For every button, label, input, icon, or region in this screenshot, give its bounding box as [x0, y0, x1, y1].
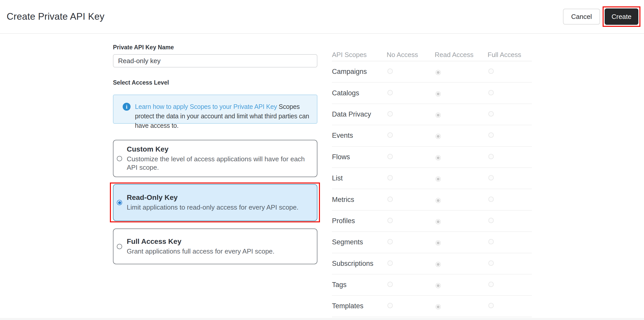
access-level-label: Select Access Level [113, 79, 317, 86]
full-access-radio[interactable] [488, 90, 494, 95]
no-access-radio[interactable] [387, 90, 393, 95]
full-access-key-radio[interactable] [117, 244, 122, 249]
table-row: Templates [332, 296, 532, 317]
scopes-rows: Campaigns Catalogs Data Privacy Events F… [332, 61, 532, 317]
table-row: Events [332, 125, 532, 146]
read-access-radio[interactable] [435, 155, 441, 161]
read-access-radio[interactable] [435, 176, 441, 182]
no-access-radio[interactable] [387, 175, 393, 180]
option-title: Full Access Key [127, 237, 274, 246]
no-access-radio[interactable] [387, 132, 393, 138]
option-description: Limit applications to read-only access f… [127, 203, 298, 212]
no-access-radio[interactable] [387, 239, 393, 244]
full-access-radio[interactable] [488, 111, 494, 117]
info-circle-icon: i [123, 103, 131, 111]
table-row: Flows [332, 147, 532, 168]
scope-name: Events [332, 132, 387, 140]
no-access-radio[interactable] [387, 68, 393, 74]
custom-key-texts: Custom Key Customize the level of access… [127, 145, 306, 172]
create-button-annotation: Create [603, 6, 640, 27]
scope-name: List [332, 174, 387, 182]
no-access-radio[interactable] [387, 218, 393, 223]
full-access-radio[interactable] [488, 218, 494, 223]
read-access-radio[interactable] [435, 240, 441, 246]
table-row: List [332, 168, 532, 189]
read-access-radio[interactable] [435, 283, 441, 288]
no-access-radio[interactable] [387, 197, 393, 202]
col-header-api-scopes: API Scopes [332, 51, 387, 59]
header-bar: Create Private API Key Cancel Create [0, 0, 644, 34]
bottom-divider [0, 318, 644, 320]
custom-key-radio[interactable] [117, 156, 122, 161]
read-only-key-radio[interactable] [117, 200, 122, 205]
option-title: Custom Key [127, 145, 306, 153]
api-key-name-input[interactable] [113, 54, 317, 67]
option-description: Grant applications full access for every… [127, 247, 274, 256]
scope-name: Data Privacy [332, 110, 387, 118]
scope-name: Profiles [332, 217, 387, 225]
scope-name: Tags [332, 281, 387, 289]
scopes-table-header: API Scopes No Access Read Access Full Ac… [332, 49, 532, 61]
no-access-radio[interactable] [387, 111, 393, 117]
table-row: Data Privacy [332, 104, 532, 125]
read-access-radio[interactable] [435, 198, 441, 203]
read-only-key-texts: Read-Only Key Limit applications to read… [127, 193, 298, 212]
scope-name: Catalogs [332, 89, 387, 97]
table-row: Tags [332, 275, 532, 296]
scopes-info-text: Learn how to apply Scopes to your Privat… [135, 102, 309, 130]
no-access-radio[interactable] [387, 260, 393, 266]
scopes-help-link[interactable]: Learn how to apply Scopes to your Privat… [135, 103, 277, 110]
full-access-radio[interactable] [488, 239, 494, 244]
no-access-radio[interactable] [387, 303, 393, 308]
read-access-radio[interactable] [435, 262, 441, 267]
option-card-custom-key[interactable]: Custom Key Customize the level of access… [113, 140, 317, 177]
full-access-radio[interactable] [488, 132, 494, 138]
api-scopes-table: API Scopes No Access Read Access Full Ac… [332, 49, 532, 317]
read-access-radio[interactable] [435, 134, 441, 139]
full-access-radio[interactable] [488, 175, 494, 180]
scope-name: Templates [332, 302, 387, 310]
table-row: Campaigns [332, 61, 532, 83]
full-access-radio[interactable] [488, 68, 494, 74]
read-access-radio[interactable] [435, 70, 441, 75]
full-access-radio[interactable] [488, 197, 494, 202]
read-access-radio[interactable] [435, 112, 441, 118]
cancel-button[interactable]: Cancel [563, 9, 600, 25]
scope-name: Subscriptions [332, 260, 387, 268]
scope-name: Campaigns [332, 68, 387, 76]
table-row: Subscriptions [332, 253, 532, 275]
read-access-radio[interactable] [435, 91, 441, 97]
no-access-radio[interactable] [387, 282, 393, 287]
option-description: Customize the level of access applicatio… [127, 155, 306, 172]
full-access-radio[interactable] [488, 303, 494, 308]
full-access-radio[interactable] [488, 282, 494, 287]
read-access-radio[interactable] [435, 304, 441, 310]
option-card-full-access-key[interactable]: Full Access Key Grant applications full … [113, 228, 317, 264]
col-header-full-access: Full Access [488, 51, 532, 59]
table-row: Metrics [332, 189, 532, 210]
option-card-read-only-key[interactable]: Read-Only Key Limit applications to read… [113, 184, 317, 221]
read-access-radio[interactable] [435, 219, 441, 224]
table-row: Profiles [332, 211, 532, 232]
header-actions: Cancel Create [563, 6, 640, 27]
api-key-name-label: Private API Key Name [113, 44, 317, 51]
scope-name: Metrics [332, 196, 387, 204]
key-form: Private API Key Name Select Access Level… [113, 34, 317, 264]
create-button[interactable]: Create [605, 8, 638, 25]
scope-name: Flows [332, 153, 387, 161]
no-access-radio[interactable] [387, 154, 393, 159]
col-header-read-access: Read Access [435, 51, 488, 59]
scopes-info-banner: i Learn how to apply Scopes to your Priv… [113, 95, 317, 124]
table-row: Segments [332, 232, 532, 253]
full-access-radio[interactable] [488, 154, 494, 159]
scope-name: Segments [332, 238, 387, 246]
full-access-radio[interactable] [488, 260, 494, 266]
full-access-key-texts: Full Access Key Grant applications full … [127, 237, 274, 256]
option-title: Read-Only Key [127, 193, 298, 202]
table-row: Catalogs [332, 83, 532, 104]
page-title: Create Private API Key [7, 11, 105, 22]
col-header-no-access: No Access [387, 51, 435, 59]
